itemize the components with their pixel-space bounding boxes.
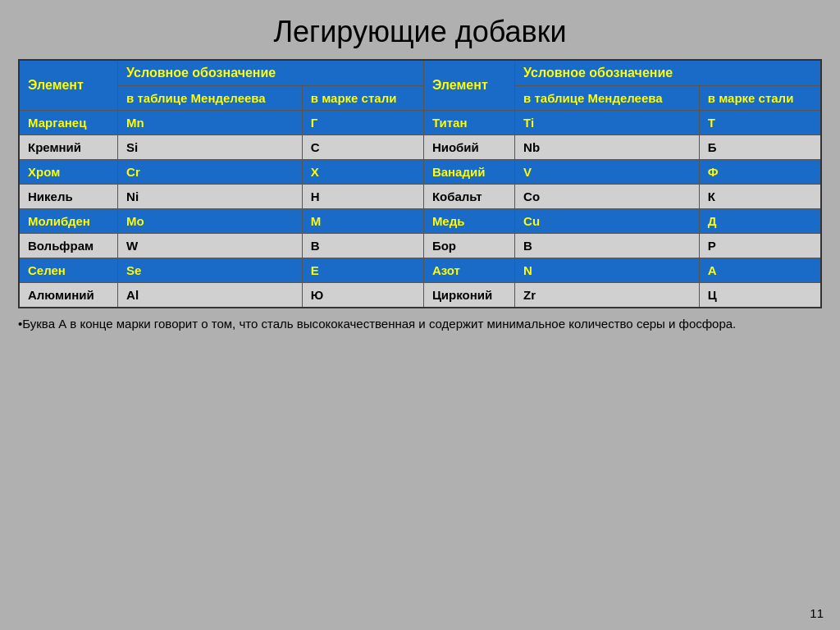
mark-1: Е bbox=[302, 258, 423, 283]
symbol-2: Zr bbox=[515, 283, 700, 308]
mark-1: Н bbox=[302, 185, 423, 209]
symbol-2: Co bbox=[515, 185, 700, 209]
mark-2: К bbox=[699, 185, 821, 209]
symbol-2: V bbox=[515, 160, 700, 185]
symbol-1: Ni bbox=[118, 185, 303, 209]
element-2: Цирконий bbox=[423, 283, 514, 308]
subheader-mendeleev-1: в таблице Менделеева bbox=[118, 86, 303, 111]
mark-2: Д bbox=[699, 209, 821, 234]
mark-1: М bbox=[302, 209, 423, 234]
table-body: МарганецMnГТитанTiТКремнийSiСНиобийNbБХр… bbox=[19, 111, 821, 308]
mark-1: В bbox=[302, 234, 423, 258]
symbol-2: Nb bbox=[515, 135, 700, 160]
table-header-row-2: в таблице Менделеева в марке стали в таб… bbox=[19, 86, 821, 111]
element-2: Титан bbox=[423, 111, 514, 135]
table-row: МолибденMoММедьCuД bbox=[19, 209, 821, 234]
mark-2: Т bbox=[699, 111, 821, 135]
element-2: Кобальт bbox=[423, 185, 514, 209]
element-2: Бор bbox=[423, 234, 514, 258]
element-1: Хром bbox=[19, 160, 118, 185]
col-designation-1: Условное обозначение bbox=[118, 60, 424, 86]
col-element-1: Элемент bbox=[19, 60, 118, 111]
symbol-2: Ti bbox=[515, 111, 700, 135]
symbol-2: N bbox=[515, 258, 700, 283]
table-row: КремнийSiСНиобийNbБ bbox=[19, 135, 821, 160]
symbol-1: Al bbox=[118, 283, 303, 308]
element-2: Азот bbox=[423, 258, 514, 283]
mark-1: Г bbox=[302, 111, 423, 135]
page-title: Легирующие добавки bbox=[273, 15, 566, 49]
mark-1: С bbox=[302, 135, 423, 160]
symbol-2: В bbox=[515, 234, 700, 258]
symbol-1: Se bbox=[118, 258, 303, 283]
col-designation-2: Условное обозначение bbox=[515, 60, 821, 86]
mark-1: Ю bbox=[302, 283, 423, 308]
symbol-2: Cu bbox=[515, 209, 700, 234]
mark-2: Ц bbox=[699, 283, 821, 308]
subheader-steel-2: в марке стали bbox=[699, 86, 821, 111]
element-2: Медь bbox=[423, 209, 514, 234]
table-row: СеленSeЕАзотNА bbox=[19, 258, 821, 283]
col-element-2: Элемент bbox=[423, 60, 514, 111]
mark-1: Х bbox=[302, 160, 423, 185]
subheader-steel-1: в марке стали bbox=[302, 86, 423, 111]
element-2: Ниобий bbox=[423, 135, 514, 160]
element-1: Молибден bbox=[19, 209, 118, 234]
symbol-1: Cr bbox=[118, 160, 303, 185]
table-row: ХромCrХВанадийVФ bbox=[19, 160, 821, 185]
symbol-1: Mn bbox=[118, 111, 303, 135]
symbol-1: Mo bbox=[118, 209, 303, 234]
note-text: •Буква А в конце марки говорит о том, чт… bbox=[18, 315, 822, 334]
mark-2: Ф bbox=[699, 160, 821, 185]
element-1: Марганец bbox=[19, 111, 118, 135]
elements-table: Элемент Условное обозначение Элемент Усл… bbox=[18, 59, 822, 308]
page-number: 11 bbox=[810, 606, 824, 620]
element-1: Селен bbox=[19, 258, 118, 283]
mark-2: Б bbox=[699, 135, 821, 160]
table-header-row-1: Элемент Условное обозначение Элемент Усл… bbox=[19, 60, 821, 86]
table-row: НикельNiНКобальтCoК bbox=[19, 185, 821, 209]
symbol-1: W bbox=[118, 234, 303, 258]
element-1: Алюминий bbox=[19, 283, 118, 308]
element-1: Вольфрам bbox=[19, 234, 118, 258]
element-2: Ванадий bbox=[423, 160, 514, 185]
symbol-1: Si bbox=[118, 135, 303, 160]
table-row: МарганецMnГТитанTiТ bbox=[19, 111, 821, 135]
mark-2: Р bbox=[699, 234, 821, 258]
element-1: Никель bbox=[19, 185, 118, 209]
subheader-mendeleev-2: в таблице Менделеева bbox=[515, 86, 700, 111]
mark-2: А bbox=[699, 258, 821, 283]
table-row: АлюминийAlЮЦирконийZrЦ bbox=[19, 283, 821, 308]
table-row: ВольфрамWВБорВР bbox=[19, 234, 821, 258]
element-1: Кремний bbox=[19, 135, 118, 160]
